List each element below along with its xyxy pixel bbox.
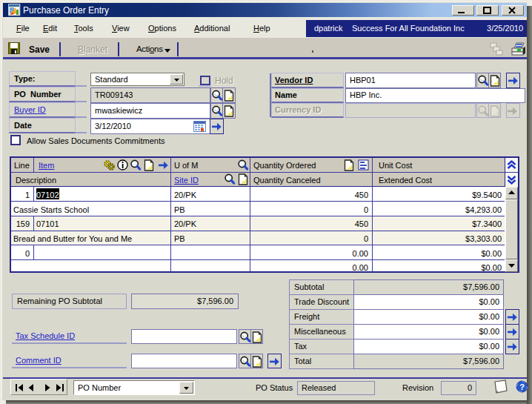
svg-text:?: ? [519,383,525,391]
